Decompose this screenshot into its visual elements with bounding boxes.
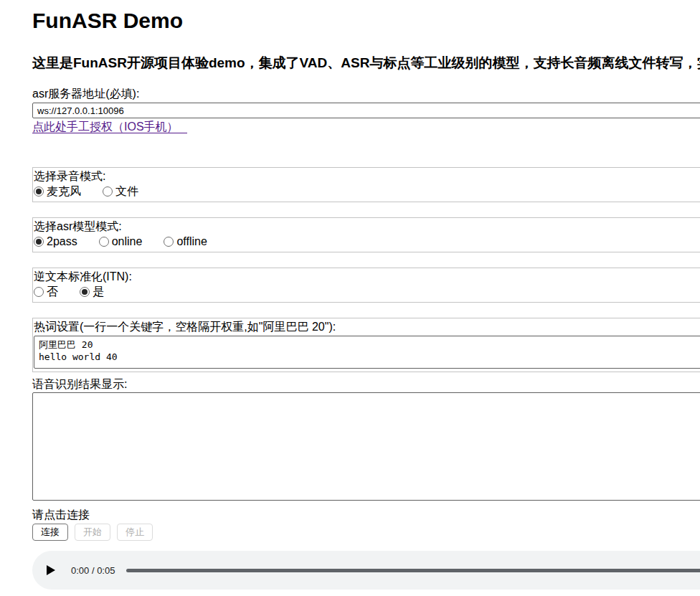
asr-mode-label: 选择asr模型模式: xyxy=(34,220,700,233)
file-radio-button[interactable] xyxy=(103,186,113,197)
radio-option-file[interactable]: 文件 xyxy=(103,185,138,198)
record-mode-label: 选择录音模式: xyxy=(34,170,700,183)
offline-radio-label: offline xyxy=(176,235,207,248)
play-icon[interactable] xyxy=(47,565,55,575)
radio-option-itn-no[interactable]: 否 xyxy=(34,285,58,298)
itn-yes-radio-label: 是 xyxy=(93,285,104,298)
control-buttons-row: 连接 开始 停止 xyxy=(32,524,700,541)
mic-radio-button[interactable] xyxy=(34,186,44,197)
itn-no-radio-label: 否 xyxy=(47,285,58,298)
server-address-input[interactable] xyxy=(32,103,700,118)
radio-option-online[interactable]: online xyxy=(99,235,143,248)
radio-option-offline[interactable]: offline xyxy=(164,235,207,248)
hotwords-label: 热词设置(一行一个关键字，空格隔开权重,如"阿里巴巴 20"): xyxy=(34,321,700,334)
asr-mode-options: 2pass online offline xyxy=(34,235,700,249)
audio-progress-bar[interactable] xyxy=(126,569,700,572)
mic-radio-label: 麦克风 xyxy=(47,185,81,198)
audio-time-display: 0:00 / 0:05 xyxy=(71,565,115,576)
offline-radio-button[interactable] xyxy=(164,237,174,247)
itn-no-radio-button[interactable] xyxy=(34,287,44,297)
start-button[interactable]: 开始 xyxy=(75,524,110,541)
radio-option-2pass[interactable]: 2pass xyxy=(34,235,77,248)
funasr-demo-page: FunASR Demo 这里是FunASR开源项目体验demo，集成了VAD、A… xyxy=(32,10,700,590)
2pass-radio-label: 2pass xyxy=(47,235,77,248)
radio-option-itn-yes[interactable]: 是 xyxy=(80,285,104,298)
itn-yes-radio-button[interactable] xyxy=(80,287,90,297)
server-address-label: asr服务器地址(必填): xyxy=(32,87,700,100)
2pass-radio-button[interactable] xyxy=(34,237,44,247)
hotwords-textarea[interactable]: 阿里巴巴 20 hello world 40 xyxy=(34,336,700,369)
itn-label: 逆文本标准化(ITN): xyxy=(34,270,700,283)
radio-option-mic[interactable]: 麦克风 xyxy=(34,185,81,198)
record-mode-section: 选择录音模式: 麦克风 文件 xyxy=(32,167,700,202)
stop-button[interactable]: 停止 xyxy=(117,524,153,541)
itn-options: 否 是 xyxy=(34,285,700,299)
audio-player[interactable]: 0:00 / 0:05 xyxy=(32,551,700,590)
manual-auth-link[interactable]: 点此处手工授权（IOS手机） xyxy=(32,120,187,133)
page-description: 这里是FunASR开源项目体验demo，集成了VAD、ASR与标点等工业级别的模… xyxy=(32,55,700,70)
connection-status-text: 请点击连接 xyxy=(32,509,700,521)
connect-button[interactable]: 连接 xyxy=(32,524,68,541)
result-textarea[interactable] xyxy=(32,392,700,501)
online-radio-button[interactable] xyxy=(99,237,109,247)
result-label: 语音识别结果显示: xyxy=(32,378,700,390)
online-radio-label: online xyxy=(112,235,143,248)
auth-link-row: 点此处手工授权（IOS手机） xyxy=(32,120,700,133)
record-mode-options: 麦克风 文件 xyxy=(34,184,700,199)
hotwords-section: 热词设置(一行一个关键字，空格隔开权重,如"阿里巴巴 20"): 阿里巴巴 20… xyxy=(32,318,700,372)
asr-mode-section: 选择asr模型模式: 2pass online offline xyxy=(32,217,700,252)
file-radio-label: 文件 xyxy=(115,185,138,198)
page-title: FunASR Demo xyxy=(32,10,700,32)
itn-section: 逆文本标准化(ITN): 否 是 xyxy=(32,268,700,303)
